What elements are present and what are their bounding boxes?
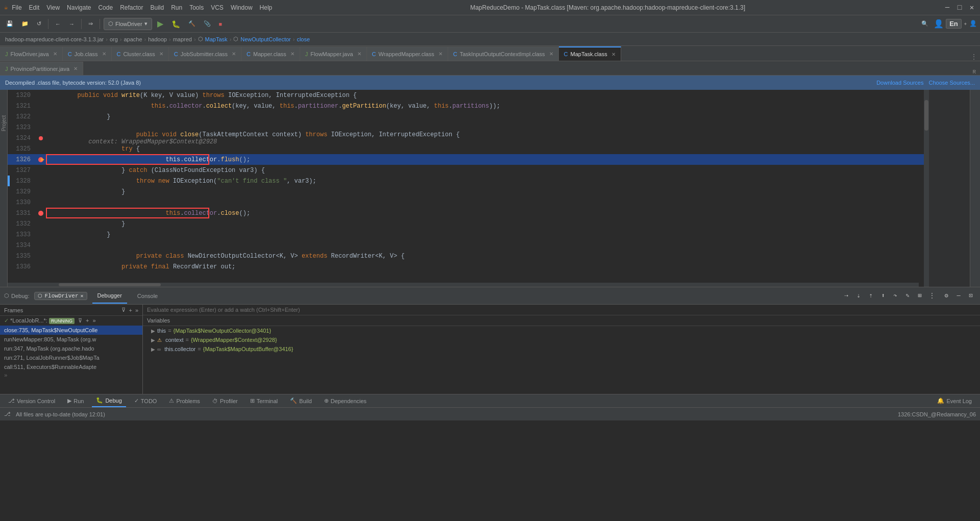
maximize-button[interactable]: □ xyxy=(955,4,964,12)
bottom-tab-run[interactable]: ▶ Run xyxy=(63,395,88,407)
navigate-button[interactable]: ⇒ xyxy=(85,18,96,30)
bottom-tab-build[interactable]: 🔨 Build xyxy=(286,395,315,407)
expand-frame-icon[interactable]: » xyxy=(93,317,96,324)
tab-debugger[interactable]: Debugger xyxy=(92,288,127,304)
tab-mapper[interactable]: C Mapper.class ✕ xyxy=(241,46,300,61)
tab-taskinputoutput[interactable]: C TaskInputOutputContextImpl.class ✕ xyxy=(448,46,559,61)
menu-navigate[interactable]: Navigate xyxy=(67,4,91,11)
close-icon[interactable]: ✕ xyxy=(102,51,106,57)
menu-vcs[interactable]: VCS xyxy=(211,4,224,11)
vertical-scrollbar[interactable] xyxy=(924,90,929,287)
menu-run[interactable]: Run xyxy=(171,4,182,11)
back-button[interactable]: ← xyxy=(52,18,64,30)
scrollbar-thumb[interactable] xyxy=(59,283,161,286)
close-icon[interactable]: ✕ xyxy=(357,51,361,57)
menu-tools[interactable]: Tools xyxy=(189,4,204,11)
tab-job[interactable]: C Job.class ✕ xyxy=(63,46,112,61)
step-down-icon[interactable]: ⇣ xyxy=(853,291,864,301)
bottom-tab-debug[interactable]: 🐛 Debug xyxy=(92,395,126,407)
step-up-icon[interactable]: ⬆ xyxy=(878,291,888,301)
tab-provincepartitioner[interactable]: J ProvincePartitioner.java ✕ xyxy=(0,62,83,75)
add-watch-icon[interactable]: + xyxy=(129,307,132,313)
breadcrumb-jar[interactable]: hadoop-mapreduce-client-core-3.1.3.jar xyxy=(5,36,104,42)
open-button[interactable]: 📁 xyxy=(18,18,32,30)
app-menu[interactable]: File Edit View Navigate Code Refactor Bu… xyxy=(12,4,272,11)
window-controls[interactable]: ─ □ ✕ xyxy=(943,4,976,12)
debug-button[interactable]: 🐛 xyxy=(168,18,183,30)
breadcrumb-close[interactable]: close xyxy=(297,36,310,42)
breadcrumb-org[interactable]: org xyxy=(110,36,118,42)
menu-code[interactable]: Code xyxy=(98,4,113,11)
breadcrumb-hadoop[interactable]: hadoop xyxy=(148,36,167,42)
language-button[interactable]: En xyxy=(946,19,962,29)
frame-close-735[interactable]: close:735, MapTask$NewOutputColle xyxy=(0,326,142,335)
horizontal-scrollbar[interactable] xyxy=(8,283,919,287)
menu-window[interactable]: Window xyxy=(231,4,253,11)
search-everywhere-button[interactable]: 🔍 xyxy=(918,18,932,30)
var-context[interactable]: ▶ ⚠ context = {WrappedMapper$Context@292… xyxy=(143,335,980,344)
evaluate-icon[interactable]: ✎ xyxy=(902,291,913,301)
frame-call-511[interactable]: call:511, Executors$RunnableAdapte xyxy=(0,362,142,371)
bottom-tab-problems[interactable]: ⚠ Problems xyxy=(165,395,204,407)
expand-icon[interactable]: ▶ xyxy=(151,346,155,352)
breadcrumb-maptask[interactable]: MapTask xyxy=(205,36,228,42)
tab-console[interactable]: Console xyxy=(132,288,163,304)
close-session-icon[interactable]: ✕ xyxy=(81,293,84,299)
download-sources-link[interactable]: Download Sources xyxy=(876,80,923,86)
breadcrumb-mapred[interactable]: mapred xyxy=(173,36,192,42)
expand-frames-row[interactable]: » xyxy=(0,371,142,380)
frames-icon[interactable]: ⊞ xyxy=(915,291,925,301)
tab-cluster[interactable]: C Cluster.class ✕ xyxy=(112,46,169,61)
add-frame-icon[interactable]: + xyxy=(86,317,89,324)
frame-run-271[interactable]: run:271, LocalJobRunner$Job$MapTa xyxy=(0,353,142,362)
tab-flowdriver[interactable]: J FlowDriver.java ✕ xyxy=(0,46,63,61)
tab-actions[interactable]: ⋮ xyxy=(971,53,980,61)
tab-maptask[interactable]: C MapTask.class ✕ xyxy=(559,46,621,61)
close-icon[interactable]: ✕ xyxy=(611,52,616,57)
expand-icon[interactable]: ▶ xyxy=(151,328,155,334)
menu-edit[interactable]: Edit xyxy=(29,4,40,11)
more-icon[interactable]: ⋮ xyxy=(927,291,937,301)
bottom-tab-version-control[interactable]: ⎇ Version Control xyxy=(4,395,59,407)
filter-icon[interactable]: ⊽ xyxy=(121,307,126,313)
close-icon[interactable]: ✕ xyxy=(290,51,295,57)
var-this[interactable]: ▶ this = {MapTask$NewOutputCollector@340… xyxy=(143,326,980,335)
tab-wrappedmapper[interactable]: C WrappedMapper.class ✕ xyxy=(367,46,448,61)
forward-button[interactable]: → xyxy=(66,18,78,30)
menu-build[interactable]: Build xyxy=(150,4,164,11)
evaluate-expression-input[interactable] xyxy=(143,305,980,315)
save-button[interactable]: 💾 xyxy=(3,18,16,30)
tab-jobsubmitter[interactable]: C JobSubmitter.class ✕ xyxy=(169,46,241,61)
close-icon[interactable]: ✕ xyxy=(53,51,57,57)
expand-frames-icon[interactable]: » xyxy=(135,307,138,313)
menu-view[interactable]: View xyxy=(46,4,60,11)
attach-button[interactable]: 📎 xyxy=(201,18,214,30)
bottom-tab-terminal[interactable]: ⊞ Terminal xyxy=(246,395,282,407)
minimize-button[interactable]: ─ xyxy=(943,4,951,12)
menu-file[interactable]: File xyxy=(12,4,21,11)
hide-panel-icon[interactable]: — xyxy=(953,291,964,301)
run-config-selector[interactable]: ⬡ FlowDriver ▾ xyxy=(104,18,152,30)
run-to-cursor-icon[interactable]: ↷ xyxy=(890,291,900,301)
tab-flowmapper[interactable]: J FlowMapper.java ✕ xyxy=(300,46,367,61)
step-out-icon[interactable]: ⇡ xyxy=(866,291,876,301)
bottom-tab-dependencies[interactable]: ⊕ Dependencies xyxy=(320,395,371,407)
frame-run-347[interactable]: run:347, MapTask (org.apache.hado xyxy=(0,344,142,353)
build-button[interactable]: 🔨 xyxy=(185,18,199,30)
frame-localjobrunner[interactable]: ✓ *LocalJobR...*: RUNNING ⊽ + » xyxy=(0,316,142,326)
close-icon[interactable]: ✕ xyxy=(232,51,236,57)
close-icon[interactable]: ✕ xyxy=(438,51,443,57)
close-button[interactable]: ✕ xyxy=(968,4,976,12)
run-button[interactable]: ▶ xyxy=(154,18,166,30)
bottom-tab-todo[interactable]: ✓ TODO xyxy=(130,395,161,407)
breakpoint-dot-1324[interactable] xyxy=(39,136,43,140)
menu-help[interactable]: Help xyxy=(260,4,273,11)
filter-icon[interactable]: ⊽ xyxy=(78,317,82,324)
bottom-tab-event-log[interactable]: 🔔 Event Log xyxy=(933,395,976,407)
menu-refactor[interactable]: Refactor xyxy=(120,4,143,11)
code-editor[interactable]: 1320 public void write(K key, V value) t… xyxy=(8,90,924,287)
run-config-dropdown-icon[interactable]: ▾ xyxy=(144,20,148,27)
refresh-button[interactable]: ↺ xyxy=(34,18,44,30)
settings-icon[interactable]: ⚙ xyxy=(941,291,951,301)
close-icon[interactable]: ✕ xyxy=(159,51,163,57)
